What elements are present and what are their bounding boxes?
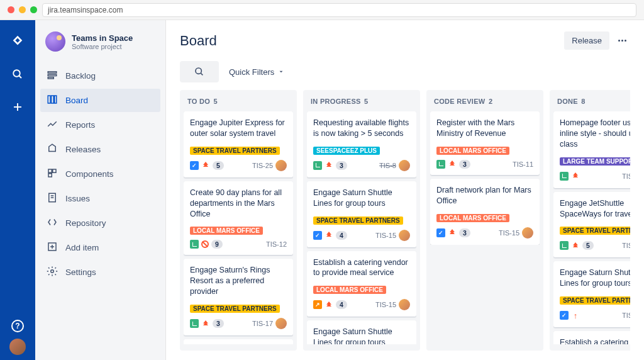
issue-card[interactable]: Homepage footer uses an inline style - s…: [553, 111, 630, 188]
browser-chrome: jira.teamsinspace.com: [0, 0, 644, 20]
column-code-review: CODE REVIEW 2 Register with the Mars Min…: [426, 90, 543, 351]
reports-icon: [47, 118, 58, 132]
help-icon[interactable]: ?: [11, 320, 24, 332]
svg-rect-5: [48, 74, 57, 76]
project-type: Software project: [72, 43, 133, 50]
sidebar-item-label: Settings: [65, 267, 96, 277]
sidebar-item-label: Backlog: [65, 71, 96, 81]
issue-type-story-icon: [560, 172, 569, 181]
issue-card[interactable]: Enable Speedy SpaceCraft as the preferre…: [184, 339, 293, 344]
chevron-down-icon: [278, 69, 284, 75]
more-button[interactable]: [614, 36, 630, 45]
story-points-badge: 4: [336, 231, 347, 240]
sidebar-item-label: Add item: [65, 243, 99, 252]
sidebar-item-label: Releases: [65, 145, 101, 154]
issue-card[interactable]: Engage JetShuttle SpaceWays for travel S…: [553, 192, 630, 258]
card-title: Establish a catering vendor to provide m…: [313, 257, 410, 279]
maximize-window-button[interactable]: [30, 6, 37, 13]
card-title: Engage JetShuttle SpaceWays for travel: [560, 198, 630, 220]
issue-type-story-icon: [560, 241, 569, 250]
issue-card[interactable]: Draft network plan for Mars Office LOCAL…: [430, 179, 540, 245]
issue-key: TIS-25: [252, 162, 273, 169]
sidebar-item-components[interactable]: Components: [40, 162, 160, 186]
sidebar-item-issues[interactable]: Issues: [40, 187, 160, 210]
column-header: DONE 8: [553, 96, 630, 111]
svg-line-21: [201, 73, 203, 75]
priority-highest-icon: [325, 161, 333, 170]
issue-card[interactable]: Establish a catering vendor to provide m…: [553, 331, 630, 344]
priority-highest-icon: [201, 161, 210, 170]
column-count: 8: [581, 98, 585, 105]
column-count: 5: [214, 98, 218, 105]
column-header: CODE REVIEW 2: [430, 96, 540, 111]
story-points-badge: 4: [336, 300, 347, 309]
quick-filters-label: Quick Filters: [229, 67, 274, 77]
close-window-button[interactable]: [8, 6, 14, 13]
issue-key: TIS-15: [375, 301, 396, 308]
story-points-badge: 3: [459, 160, 470, 169]
url-bar[interactable]: jira.teamsinspace.com: [42, 3, 636, 17]
issue-card[interactable]: Register with the Mars Ministry of Reven…: [430, 111, 540, 175]
assignee-avatar[interactable]: [522, 227, 533, 239]
sidebar-item-board[interactable]: Board: [40, 89, 160, 112]
user-avatar[interactable]: [9, 339, 26, 355]
issue-type-task-icon: [190, 161, 199, 170]
issue-card[interactable]: Establish a catering vendor to provide m…: [307, 251, 416, 317]
column-count: 5: [364, 98, 368, 105]
svg-line-1: [19, 76, 21, 78]
assignee-avatar[interactable]: [399, 299, 410, 310]
jira-logo-icon[interactable]: [8, 31, 28, 52]
epic-badge: LOCAL MARS OFFICE: [313, 286, 386, 294]
add-item-icon: [47, 241, 58, 254]
issue-key: TIS-68: [622, 172, 630, 180]
issue-card[interactable]: Engage Saturn Shuttle Lines for group to…: [307, 181, 416, 247]
issue-card[interactable]: Engage Saturn's Rings Resort as a prefer…: [184, 259, 293, 335]
quick-filters-dropdown[interactable]: Quick Filters: [229, 67, 284, 77]
sidebar-item-settings[interactable]: Settings: [40, 261, 160, 284]
sidebar-item-repository[interactable]: Repository: [40, 211, 160, 235]
issue-type-story-icon: [190, 240, 199, 249]
sidebar-item-label: Board: [65, 96, 88, 105]
issue-card[interactable]: Create 90 day plans for all departments …: [184, 181, 293, 256]
issue-key: TIS-15: [622, 312, 630, 319]
story-points-badge: 9: [211, 240, 223, 249]
epic-badge: SPACE TRAVEL PARTNERS: [313, 217, 403, 225]
issue-card[interactable]: Requesting available flights is now taki…: [307, 111, 416, 177]
column-to-do: TO DO 5 Engage Jupiter Express for outer…: [180, 90, 297, 351]
story-points-badge: 5: [582, 241, 594, 250]
board-search-input[interactable]: [180, 61, 219, 82]
column-in-progress: IN PROGRESS 5 Requesting available fligh…: [303, 90, 420, 351]
project-sidebar: Teams in Space Software project BacklogB…: [35, 20, 166, 360]
issue-type-task-icon: [436, 228, 445, 237]
epic-badge: SEESPACEEZ PLUS: [313, 147, 380, 155]
sidebar-item-reports[interactable]: Reports: [40, 113, 160, 137]
issue-card[interactable]: Engage Saturn Shuttle Lines for group to…: [553, 261, 630, 327]
priority-highest-icon: [201, 319, 210, 328]
issue-card[interactable]: Engage Jupiter Express for outer solar s…: [184, 111, 293, 177]
project-header[interactable]: Teams in Space Software project: [40, 31, 160, 62]
sidebar-item-add-item[interactable]: Add item: [40, 236, 160, 259]
assignee-avatar[interactable]: [399, 230, 410, 241]
search-icon[interactable]: [8, 64, 28, 84]
column-count: 2: [489, 98, 492, 105]
svg-rect-4: [48, 72, 57, 73]
epic-badge: SPACE TRAVEL PARTNERS: [560, 227, 630, 235]
priority-highest-icon: [325, 231, 333, 240]
create-icon[interactable]: [8, 97, 28, 117]
project-name: Teams in Space: [72, 33, 133, 43]
components-icon: [47, 167, 58, 181]
issue-key: TIS-15: [499, 229, 519, 237]
minimize-window-button[interactable]: [19, 6, 26, 13]
assignee-avatar[interactable]: [399, 160, 410, 171]
assignee-avatar[interactable]: [275, 318, 287, 329]
search-icon: [194, 67, 204, 77]
issue-card[interactable]: Engage Saturn Shuttle Lines for group to…: [307, 320, 416, 344]
project-icon: [45, 31, 65, 52]
sidebar-item-backlog[interactable]: Backlog: [40, 64, 160, 87]
assignee-avatar[interactable]: [275, 160, 287, 171]
svg-rect-12: [48, 174, 52, 177]
card-title: Requesting available flights is now taki…: [313, 118, 410, 139]
release-button[interactable]: Release: [564, 31, 609, 50]
sidebar-item-releases[interactable]: Releases: [40, 138, 160, 161]
column-header: TO DO 5: [184, 96, 293, 111]
